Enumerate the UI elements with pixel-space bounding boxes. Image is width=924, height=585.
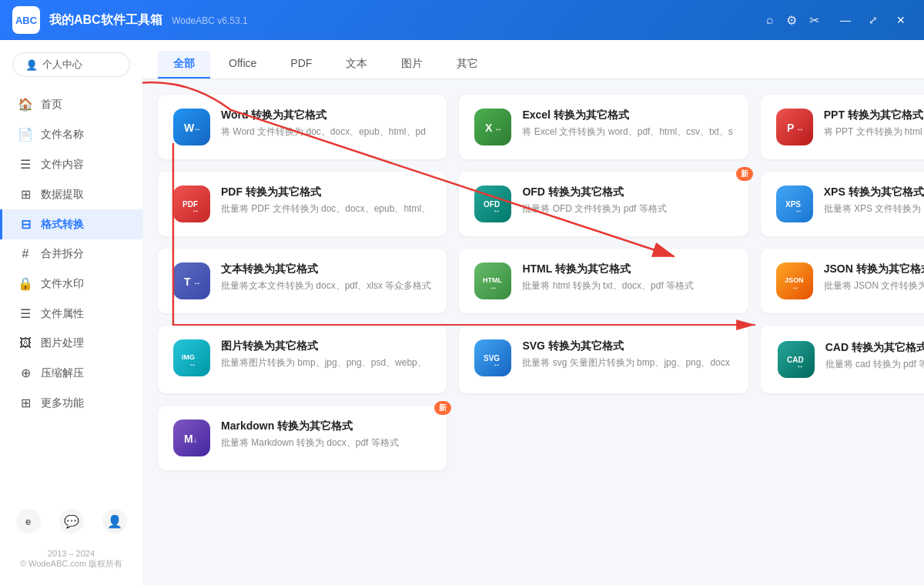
- svg-card-content: SVG 转换为其它格式 批量将 svg 矢量图片转换为 bmp、jpg、png、…: [522, 339, 732, 369]
- ofd-card-content: OFD 转换为其它格式 批量将 OFD 文件转换为 pdf 等格式: [522, 186, 732, 216]
- card-svg[interactable]: SVG ↔ SVG 转换为其它格式 批量将 svg 矢量图片转换为 bmp、jp…: [459, 326, 748, 393]
- sidebar-item-label: 更多功能: [41, 396, 84, 410]
- card-text[interactable]: T ↔ 文本转换为其它格式 批量将文本文件转换为 docx、pdf、xlsx 等…: [158, 249, 447, 313]
- svg-text:↔: ↔: [189, 360, 196, 369]
- svg-text:↔: ↔: [795, 206, 802, 215]
- svg-text:X: X: [485, 122, 493, 134]
- window-buttons: — ⤢ ✕: [835, 9, 912, 31]
- svg-text:↔: ↔: [796, 362, 804, 370]
- maximize-button[interactable]: ⤢: [862, 9, 884, 31]
- cards-grid: W ↔ Word 转换为其它格式 将 Word 文件转换为 doc、docx、e…: [158, 95, 909, 470]
- tab-office[interactable]: Office: [213, 51, 272, 79]
- sidebar-item-label: 压缩解压: [41, 366, 84, 380]
- svg-card-title: SVG 转换为其它格式: [522, 339, 732, 353]
- card-json[interactable]: JSON ↔ JSON 转换为其它格式 批量将 JSON 文件转换为可视化的思维…: [761, 249, 924, 313]
- tab-image[interactable]: 图片: [386, 51, 438, 79]
- image-icon: 🖼: [18, 336, 33, 350]
- ppt-card-title: PPT 转换为其它格式: [824, 109, 924, 122]
- sidebar-item-label: 首页: [41, 98, 62, 112]
- minimize-button[interactable]: —: [835, 9, 856, 31]
- sidebar-item-label: 数据提取: [41, 188, 84, 202]
- card-pdf[interactable]: PDF ↔ PDF 转换为其它格式 批量将 PDF 文件转换为 doc、docx…: [158, 172, 447, 236]
- svg-text:↔: ↔: [193, 279, 201, 287]
- search-icon[interactable]: ⌕: [766, 13, 774, 27]
- close-button[interactable]: ✕: [890, 9, 912, 31]
- tab-all[interactable]: 全部: [158, 51, 210, 79]
- gear-icon[interactable]: ⚙: [786, 13, 797, 28]
- sidebar-item-label: 文件水印: [41, 277, 84, 291]
- user-center-button[interactable]: 👤 个人中心: [12, 52, 130, 77]
- svg-text:↔: ↔: [490, 283, 497, 292]
- sidebar-item-mergesplit[interactable]: # 合并拆分: [0, 239, 142, 269]
- compress-icon: ⊕: [18, 366, 33, 380]
- data-icon: ⊞: [18, 187, 33, 202]
- text-icon: T ↔: [173, 262, 210, 299]
- html-card-content: HTML 转换为其它格式 批量将 html 转换为 txt、docx、pdf 等…: [522, 262, 732, 292]
- json-icon: JSON ↔: [776, 262, 813, 299]
- ofd-card-title: OFD 转换为其它格式: [522, 186, 732, 199]
- html-card-title: HTML 转换为其它格式: [522, 262, 732, 276]
- svg-text:↔: ↔: [493, 206, 500, 215]
- merge-icon: #: [18, 247, 33, 261]
- sidebar-item-filecontent[interactable]: ☰ 文件内容: [0, 149, 142, 179]
- card-word[interactable]: W ↔ Word 转换为其它格式 将 Word 文件转换为 doc、docx、e…: [158, 95, 447, 159]
- card-html[interactable]: HTML ↔ HTML 转换为其它格式 批量将 html 转换为 txt、doc…: [459, 249, 748, 313]
- xps-icon: XPS ↔: [776, 186, 813, 222]
- svg-text:T: T: [184, 276, 191, 288]
- word-icon: W ↔: [173, 109, 210, 145]
- card-image[interactable]: IMG ↔ 图片转换为其它格式 批量将图片转换为 bmp、jpg、png、psd…: [158, 326, 447, 393]
- image-card-title: 图片转换为其它格式: [221, 339, 431, 353]
- profile-icon[interactable]: 👤: [102, 509, 127, 533]
- excel-icon: X ↔: [474, 109, 511, 145]
- svg-text:↔: ↔: [193, 125, 201, 133]
- main-layout: 👤 个人中心 🏠 首页 📄 文件名称 ☰ 文件内容 ⊞ 数据提取 ⊟ 格式转换 …: [0, 40, 924, 585]
- ofd-card-desc: 批量将 OFD 文件转换为 pdf 等格式: [522, 202, 732, 216]
- scissors-icon[interactable]: ✂: [809, 13, 819, 28]
- browser-icon[interactable]: e: [16, 509, 41, 533]
- card-ppt[interactable]: P ↔ PPT 转换为其它格式 将 PPT 文件转换为 html、pdf、ppt…: [761, 95, 924, 159]
- sidebar-item-home[interactable]: 🏠 首页: [0, 89, 142, 119]
- text-card-content: 文本转换为其它格式 批量将文本文件转换为 docx、pdf、xlsx 等众多格式: [221, 262, 431, 292]
- svg-text:↔: ↔: [192, 206, 199, 215]
- ppt-card-content: PPT 转换为其它格式 将 PPT 文件转换为 html、pdf、ppt、ppt…: [824, 109, 924, 139]
- sidebar-item-dataextract[interactable]: ⊞ 数据提取: [0, 179, 142, 209]
- image-card-content: 图片转换为其它格式 批量将图片转换为 bmp、jpg、png、psd、webp、: [221, 339, 431, 369]
- sidebar-item-imgprocess[interactable]: 🖼 图片处理: [0, 329, 142, 358]
- card-xps[interactable]: XPS ↔ XPS 转换为其它格式 批量将 XPS 文件转换为 pdf 格式: [761, 172, 924, 236]
- svg-card-desc: 批量将 svg 矢量图片转换为 bmp、jpg、png、docx: [522, 356, 732, 369]
- svg-text:M: M: [184, 433, 193, 445]
- sidebar-item-more[interactable]: ⊞ 更多功能: [0, 388, 142, 418]
- word-card-content: Word 转换为其它格式 将 Word 文件转换为 doc、docx、epub、…: [221, 109, 431, 139]
- watermark-icon: 🔒: [18, 276, 33, 291]
- img-icon: IMG ↔: [173, 339, 210, 376]
- app-logo: ABC: [12, 6, 40, 34]
- category-tabs: 全部 Office PDF 文本 图片 其它: [142, 40, 924, 79]
- card-markdown[interactable]: M ↓ Markdown 转换为其它格式 批量将 Markdown 转换为 do…: [158, 406, 447, 470]
- sidebar-item-watermark[interactable]: 🔒 文件水印: [0, 269, 142, 299]
- sidebar-item-label: 格式转换: [41, 218, 84, 232]
- sidebar-item-compress[interactable]: ⊕ 压缩解压: [0, 358, 142, 388]
- card-cad[interactable]: CAD ↔ CAD 转换为其它格式 批量将 cad 转换为 pdf 等格式: [761, 326, 924, 393]
- tab-text[interactable]: 文本: [330, 51, 383, 79]
- sidebar-item-formatconvert[interactable]: ⊟ 格式转换: [0, 209, 142, 239]
- pdf-card-title: PDF 转换为其它格式: [221, 186, 431, 199]
- svg-text:↔: ↔: [796, 125, 804, 133]
- tab-pdf[interactable]: PDF: [275, 51, 327, 79]
- word-card-desc: 将 Word 文件转换为 doc、docx、epub、html、pd: [221, 125, 431, 139]
- card-excel[interactable]: X ↔ Excel 转换为其它格式 将 Excel 文件转换为 word、pdf…: [459, 95, 748, 159]
- chat-icon[interactable]: 💬: [59, 509, 84, 533]
- pdf-icon: PDF ↔: [173, 186, 210, 222]
- excel-card-title: Excel 转换为其它格式: [522, 109, 732, 122]
- convert-icon: ⊟: [18, 217, 33, 232]
- sidebar-item-fileprop[interactable]: ☰ 文件属性: [0, 299, 142, 329]
- svg-text:P: P: [787, 122, 794, 134]
- svg-text:↔: ↔: [493, 360, 500, 369]
- tab-other[interactable]: 其它: [441, 51, 494, 79]
- card-ofd[interactable]: OFD ↔ OFD 转换为其它格式 批量将 OFD 文件转换为 pdf 等格式 …: [459, 172, 748, 236]
- xps-card-content: XPS 转换为其它格式 批量将 XPS 文件转换为 pdf 格式: [824, 186, 924, 216]
- cad-card-content: CAD 转换为其它格式 批量将 cad 转换为 pdf 等格式: [825, 341, 924, 371]
- titlebar: ABC 我的ABC软件工具箱 WodeABC v6.53.1 ⌕ ⚙ ✂ — ⤢…: [0, 0, 924, 40]
- home-icon: 🏠: [18, 97, 33, 112]
- html-card-desc: 批量将 html 转换为 txt、docx、pdf 等格式: [522, 279, 732, 292]
- sidebar-item-filename[interactable]: 📄 文件名称: [0, 119, 142, 149]
